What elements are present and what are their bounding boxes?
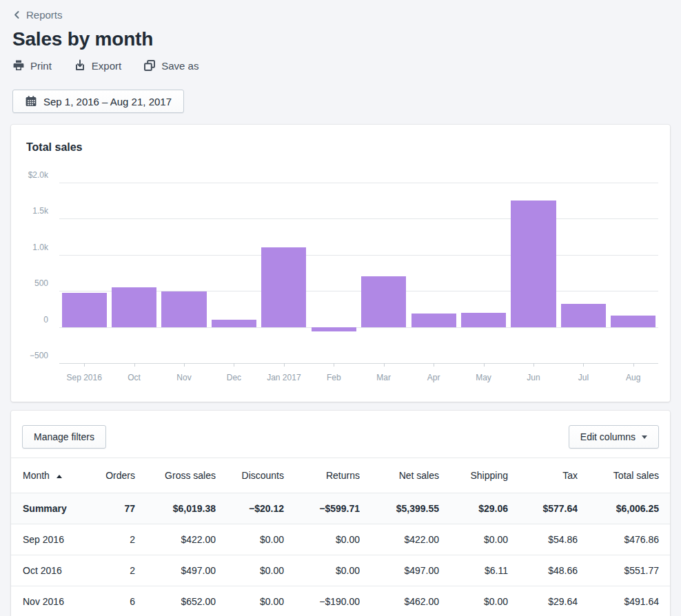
column-header-net-sales[interactable]: Net sales <box>360 458 439 493</box>
table-toolbar: Manage filters Edit columns <box>11 411 670 458</box>
column-header-month[interactable]: Month <box>11 458 80 493</box>
table-cell: 2 <box>80 555 135 586</box>
y-axis-tick-label: $2.0k <box>14 171 48 179</box>
y-axis-tick-label: −500 <box>14 351 48 360</box>
chart-plot: $2.0k1.5k1.0k5000−500 <box>59 183 658 363</box>
bar-nov[interactable] <box>161 291 206 327</box>
x-axis-tick <box>284 363 285 367</box>
table-row: Sep 20162$422.00$0.00$0.00$422.00$0.00$5… <box>11 524 670 555</box>
column-header-label: Gross sales <box>165 470 216 481</box>
printer-icon <box>12 59 25 72</box>
column-header-label: Total sales <box>613 470 659 481</box>
table-cell: $29.64 <box>508 586 578 616</box>
x-axis-tick-label: Jun <box>527 373 540 382</box>
column-header-label: Month <box>23 470 50 481</box>
table-cell: Sep 2016 <box>11 524 80 555</box>
table-cell: Summary <box>11 493 80 524</box>
y-axis-tick-label: 1.0k <box>14 243 48 251</box>
column-header-label: Returns <box>326 470 360 481</box>
table-cell: −$190.00 <box>284 586 360 616</box>
page-title: Sales by month <box>12 28 669 50</box>
gridline <box>59 255 658 256</box>
duplicate-icon <box>143 59 156 72</box>
x-axis-tick-label: Jul <box>578 373 589 382</box>
chart-x-axis: Sep 2016OctNovDecJan 2017FebMarAprMayJun… <box>59 363 658 393</box>
print-button[interactable]: Print <box>12 59 52 72</box>
export-label: Export <box>92 60 121 72</box>
bar-jun[interactable] <box>511 201 556 327</box>
x-axis-tick <box>334 363 334 367</box>
column-header-tax[interactable]: Tax <box>508 458 578 493</box>
table-cell: $6,006.25 <box>578 493 670 524</box>
edit-columns-label: Edit columns <box>580 431 636 442</box>
x-axis-tick-label: Nov <box>176 373 191 382</box>
breadcrumb-label: Reports <box>26 9 63 21</box>
table-cell: $0.00 <box>216 586 284 616</box>
y-axis-tick-label: 0 <box>14 316 48 324</box>
bar-mar[interactable] <box>361 276 406 327</box>
column-header-gross-sales[interactable]: Gross sales <box>135 458 216 493</box>
table-cell: $497.00 <box>135 555 216 586</box>
date-range-button[interactable]: Sep 1, 2016 – Aug 21, 2017 <box>12 90 184 113</box>
table-cell: $48.66 <box>508 555 578 586</box>
column-header-label: Tax <box>562 470 578 481</box>
table-cell: $652.00 <box>135 586 216 616</box>
table-cell: $0.00 <box>284 555 360 586</box>
bar-apr[interactable] <box>411 314 456 327</box>
table-cell: $29.06 <box>439 493 508 524</box>
report-table-card: Manage filters Edit columns MonthOrdersG… <box>11 411 670 616</box>
sort-ascending-icon <box>57 475 62 478</box>
table-cell: Nov 2016 <box>11 586 80 616</box>
save-as-button[interactable]: Save as <box>143 59 199 72</box>
column-header-label: Shipping <box>471 470 509 481</box>
bar-dec[interactable] <box>212 320 256 327</box>
x-axis-tick <box>384 363 385 367</box>
bar-jan-2017[interactable] <box>261 247 306 327</box>
gridline <box>59 327 658 328</box>
table-cell: $491.64 <box>578 586 670 616</box>
column-header-label: Net sales <box>399 470 439 481</box>
column-header-returns[interactable]: Returns <box>284 458 360 493</box>
table-cell: $6.11 <box>439 555 508 586</box>
x-axis-tick-label: May <box>476 373 491 382</box>
table-cell: $422.00 <box>135 524 216 555</box>
table-cell: $551.77 <box>578 555 670 586</box>
x-axis-tick <box>234 363 234 367</box>
bar-sep-2016[interactable] <box>62 293 107 327</box>
column-header-total-sales[interactable]: Total sales <box>578 458 670 493</box>
bar-feb[interactable] <box>312 327 356 331</box>
table-cell: $0.00 <box>284 524 360 555</box>
table-cell: $577.64 <box>508 493 578 524</box>
table-cell: 6 <box>80 586 135 616</box>
save-as-label: Save as <box>161 60 199 72</box>
y-axis-tick-label: 500 <box>14 279 48 287</box>
summary-row: Summary77$6,019.38−$20.12−$599.71$5,399.… <box>11 493 670 524</box>
x-axis-tick-label: Apr <box>427 373 440 382</box>
bar-may[interactable] <box>461 313 506 327</box>
column-header-shipping[interactable]: Shipping <box>439 458 508 493</box>
column-header-label: Orders <box>105 470 135 481</box>
x-axis-tick <box>134 363 135 367</box>
x-axis-tick <box>533 363 534 367</box>
page-header: Reports Sales by month Print <box>0 0 681 113</box>
breadcrumb[interactable]: Reports <box>12 9 63 21</box>
column-header-orders[interactable]: Orders <box>80 458 135 493</box>
bar-oct[interactable] <box>112 287 156 327</box>
table-cell: $462.00 <box>360 586 439 616</box>
x-axis-tick <box>484 363 485 367</box>
manage-filters-button[interactable]: Manage filters <box>22 425 106 449</box>
export-button[interactable]: Export <box>74 59 121 72</box>
table-cell: $0.00 <box>439 586 508 616</box>
y-axis-tick-label: 1.5k <box>14 207 48 215</box>
x-axis-tick <box>184 363 185 367</box>
column-header-discounts[interactable]: Discounts <box>216 458 284 493</box>
manage-filters-label: Manage filters <box>34 431 94 442</box>
bar-jul[interactable] <box>561 304 606 327</box>
bar-aug[interactable] <box>611 316 655 327</box>
table-cell: $0.00 <box>439 524 508 555</box>
x-axis-tick-label: Feb <box>327 373 341 382</box>
edit-columns-button[interactable]: Edit columns <box>569 425 659 449</box>
export-arrow-icon <box>74 59 86 72</box>
table-row: Nov 20166$652.00$0.00−$190.00$462.00$0.0… <box>11 586 670 616</box>
x-axis-tick-label: Dec <box>227 373 241 382</box>
